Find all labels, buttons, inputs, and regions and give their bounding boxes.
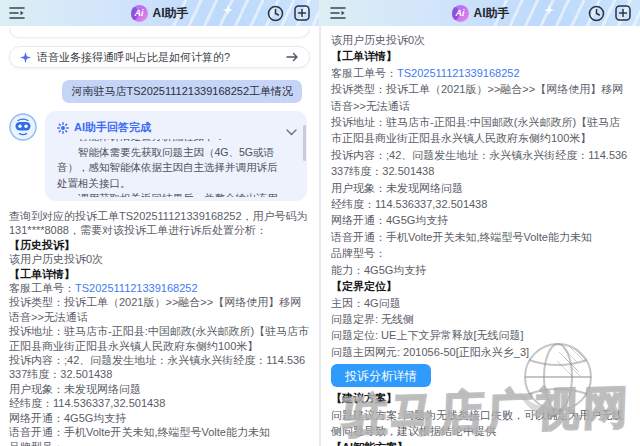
thinking-paragraph: 调用获取相关返回结果后，并整合输出该用户历史投诉、工单详情、定界定位分析及建议方… (57, 191, 287, 197)
ai-status-header: AI助手回答完成 (57, 120, 297, 135)
section-heading: 【定界定位】 (331, 278, 630, 294)
ai-logo-text: Ai (135, 9, 144, 18)
field-label: 客服工单号： (9, 282, 75, 294)
page-title: AI助手 (474, 5, 510, 22)
app-logo: Ai AI助手 (452, 5, 510, 22)
new-chat-button[interactable] (294, 5, 310, 21)
suggestion-text: 语音业务接得通呼叫占比是如何计算的? (37, 50, 280, 65)
section-heading: 【AI智能方案】 (331, 439, 630, 446)
complaint-analysis-detail-button[interactable]: 投诉分析详情 (331, 364, 431, 387)
detail-line: 品牌型号： (9, 440, 310, 446)
detail-line: 语音开通：手机Volte开关未知,终端型号Volte能力未知 (9, 425, 310, 439)
ai-answer-left: 查询到对应的投诉工单TS202511121339168252，用户号码为131*… (9, 209, 310, 446)
left-screenshot-panel: Ai AI助手 (0, 0, 319, 446)
detail-line: 用户现象：未发现网络问题 (9, 382, 310, 396)
previous-card-remnant (9, 28, 310, 38)
scrollbar-thumb[interactable] (303, 125, 306, 161)
sidebar-toggle-button[interactable] (330, 6, 346, 20)
new-chat-icon (615, 5, 631, 21)
chevron-down-icon[interactable] (286, 122, 297, 140)
detail-line: 主因：4G问题 (331, 295, 630, 311)
section-heading: 【建议方案】 (331, 390, 630, 406)
detail-line: 投诉地址：驻马店市-正阳县:中国邮政(永兴邮政所)【驻马店市正阳县商业街正阳县永… (9, 324, 310, 353)
user-message-row: 河南驻马店TS202511121339168252工单情况 (9, 80, 302, 103)
detail-line: 网络开通：4G5G均支持 (9, 411, 310, 425)
send-arrow-icon[interactable] (286, 52, 299, 62)
sparkle-icon (223, 1, 233, 19)
thinking-scrollbox[interactable]: 智能体诉后处置分析流程如下：智能体需要先获取问题主因（4G、5G或语音），感知智… (57, 139, 297, 197)
detail-line: 问题定位: UE上下文异常释放[无线问题] (331, 327, 630, 343)
app-header: Ai AI助手 (321, 0, 640, 26)
detail-line: 品牌型号： (331, 245, 630, 261)
detail-line: 该用户历史投诉0次 (9, 252, 310, 266)
detail-line: 问题建议方案: 问题为无线类接口失败，可以确定为用户无线侧问题导致，建议根据结论… (331, 407, 630, 440)
sidebar-toggle-icon (9, 6, 25, 20)
detail-line: 用户现象：未发现网络问题 (331, 180, 630, 196)
detail-line: 问题定界: 无线侧 (331, 311, 630, 327)
detail-line: 语音开通：手机Volte开关未知,终端型号Volte能力未知 (331, 229, 630, 245)
detail-line: 网络开通：4G5G均支持 (331, 212, 630, 228)
thinking-content: 智能体诉后处置分析流程如下：智能体需要先获取问题主因（4G、5G或语音），感知智… (57, 139, 287, 197)
detail-line: 投诉类型：投诉工单（2021版）>>融合>>【网络使用】移网语音>>无法通话 (331, 81, 630, 114)
section-heading: 【历史投诉】 (9, 238, 310, 252)
ai-logo-text: Ai (456, 9, 465, 18)
new-chat-icon (294, 5, 310, 21)
ai-answer-right: 该用户历史投诉0次【工单详情】客服工单号：TS20251112133916825… (330, 28, 631, 446)
ai-logo-icon: Ai (452, 5, 469, 22)
history-button[interactable] (588, 5, 605, 22)
thinking-paragraph: 智能体需要先获取问题主因（4G、5G或语音），感知智能体依据主因自主选择并调用诉… (57, 145, 287, 192)
robot-avatar-icon (9, 113, 37, 141)
detail-line: 客服工单号：TS202511121339168252 (9, 281, 310, 295)
history-button[interactable] (267, 5, 284, 22)
detail-line: 客服工单号：TS202511121339168252 (331, 65, 630, 81)
gear-icon (57, 122, 69, 134)
app-logo: Ai AI助手 (131, 5, 189, 22)
detail-line: 投诉类型：投诉工单（2021版）>>融合>>【网络使用】移网语音>>无法通话 (9, 295, 310, 324)
detail-line: 投诉内容：;42、问题发生地址：永兴镇永兴街经度：114.536337纬度：32… (9, 353, 310, 382)
detail-line: 查询到对应的投诉工单TS202511121339168252，用户号码为131*… (9, 209, 310, 238)
detail-line: 问题主因网元: 201056-50[正阳永兴乡_3] (331, 344, 630, 360)
section-heading: 【工单详情】 (9, 267, 310, 281)
work-order-number-link[interactable]: TS202511121339168252 (75, 282, 198, 294)
app-header: Ai AI助手 (0, 0, 319, 26)
sidebar-toggle-icon (330, 6, 346, 20)
detail-line: 投诉内容：;42、问题发生地址：永兴镇永兴街经度：114.536337纬度：32… (331, 147, 630, 180)
detail-line: 经纬度：114.536337,32.501438 (9, 396, 310, 410)
ai-status-text: AI助手回答完成 (74, 120, 151, 135)
page-title: AI助手 (153, 5, 189, 22)
ai-logo-icon: Ai (131, 5, 148, 22)
sparkle-icon (544, 1, 554, 19)
history-clock-icon (267, 5, 284, 22)
ai-message-row: AI助手回答完成 智能体诉后处置分析流程如下：智能体需要先获取问题主因（4G、5… (9, 111, 310, 201)
detail-line: 能力：4G5G均支持 (331, 262, 630, 278)
detail-line: 投诉地址：驻马店市-正阳县:中国邮政(永兴邮政所)【驻马店市正阳县商业街正阳县永… (331, 114, 630, 147)
work-order-number-link[interactable]: TS202511121339168252 (397, 67, 520, 79)
button-row: 投诉分析详情 (331, 364, 630, 387)
section-heading: 【工单详情】 (331, 48, 630, 64)
detail-line: 经纬度：114.536337,32.501438 (331, 196, 630, 212)
user-message-bubble: 河南驻马店TS202511121339168252工单情况 (62, 80, 302, 103)
suggestion-star-icon (20, 52, 31, 63)
new-chat-button[interactable] (615, 5, 631, 21)
detail-line: 该用户历史投诉0次 (331, 32, 630, 48)
sidebar-toggle-button[interactable] (9, 6, 25, 20)
ai-thinking-card[interactable]: AI助手回答完成 智能体诉后处置分析流程如下：智能体需要先获取问题主因（4G、5… (45, 111, 307, 201)
history-clock-icon (588, 5, 605, 22)
right-screenshot-panel: Ai AI助手 该用户历史投诉0次【工单详情】客服工单号：TS202511121… (321, 0, 640, 446)
suggestion-chip[interactable]: 语音业务接得通呼叫占比是如何计算的? (9, 46, 310, 68)
field-label: 客服工单号： (331, 67, 397, 79)
